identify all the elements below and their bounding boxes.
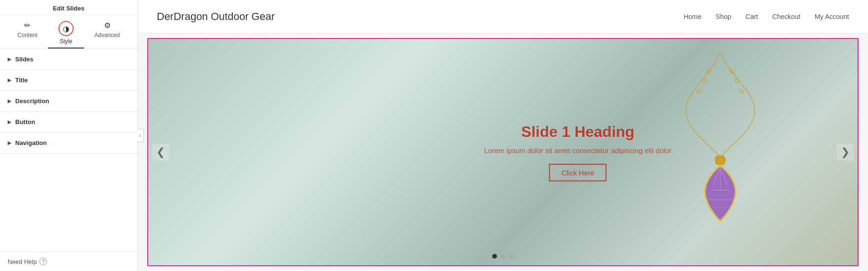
- slider-area: Slide 1 Heading Lorem ipsum dolor sit am…: [138, 33, 868, 271]
- svg-point-1: [701, 78, 706, 83]
- chevron-description-icon: ▶: [8, 98, 11, 104]
- chevron-navigation-icon: ▶: [8, 140, 11, 145]
- menu-item-title-label: Title: [15, 77, 28, 84]
- tab-advanced-label: Advanced: [95, 32, 120, 39]
- svg-point-3: [729, 69, 734, 73]
- menu-items: ▶ Slides ▶ Title ▶ Description ▶ Button …: [0, 49, 137, 252]
- slide-description: Lorem ipsum dolor sit amet consectetur a…: [484, 146, 671, 155]
- menu-item-slides[interactable]: ▶ Slides: [0, 49, 137, 70]
- nav-home[interactable]: Home: [684, 13, 701, 20]
- tab-style-label: Style: [59, 38, 72, 45]
- menu-item-navigation[interactable]: ▶ Navigation: [0, 133, 137, 154]
- slider-dots: [492, 254, 514, 259]
- tab-advanced[interactable]: ⚙ Advanced: [84, 19, 130, 48]
- tab-content-label: Content: [18, 32, 38, 39]
- pencil-icon: ✏: [24, 21, 30, 30]
- need-help-label: Need Help: [8, 258, 37, 265]
- style-icon: ◑: [63, 24, 69, 33]
- slider-background: Slide 1 Heading Lorem ipsum dolor sit am…: [148, 39, 858, 265]
- menu-item-button[interactable]: ▶ Button: [0, 112, 137, 133]
- menu-item-button-label: Button: [15, 118, 35, 126]
- slide-text-overlay: Slide 1 Heading Lorem ipsum dolor sit am…: [484, 123, 671, 182]
- slide-cta-button[interactable]: Click Here: [549, 164, 607, 182]
- chevron-button-icon: ▶: [8, 119, 11, 125]
- svg-point-4: [734, 78, 740, 83]
- slider-dot-1[interactable]: [492, 254, 497, 259]
- gear-icon: ⚙: [104, 21, 111, 30]
- menu-item-navigation-label: Navigation: [15, 139, 47, 146]
- menu-item-slides-label: Slides: [15, 56, 33, 63]
- nav-cart[interactable]: Cart: [745, 13, 758, 20]
- collapse-sidebar-button[interactable]: ‹: [137, 129, 144, 142]
- sidebar-footer[interactable]: Need Help ?: [0, 252, 137, 271]
- sidebar-title: Edit Slides: [0, 0, 137, 15]
- site-header: DerDragon Outdoor Gear Home Shop Cart Ch…: [138, 0, 868, 33]
- slide-heading: Slide 1 Heading: [484, 123, 671, 141]
- site-logo: DerDragon Outdoor Gear: [157, 10, 275, 23]
- menu-item-description[interactable]: ▶ Description: [0, 91, 137, 112]
- sidebar: Edit Slides ✏ Content ◑ Style ⚙ Advanced…: [0, 0, 138, 271]
- style-icon-circle: ◑: [58, 21, 74, 36]
- svg-point-2: [696, 88, 702, 94]
- nav-my-account[interactable]: My Account: [815, 13, 849, 20]
- site-nav: Home Shop Cart Checkout My Account: [684, 13, 849, 20]
- slider-dot-3[interactable]: [509, 254, 514, 259]
- menu-item-title[interactable]: ▶ Title: [0, 70, 137, 91]
- tab-content[interactable]: ✏ Content: [7, 19, 48, 48]
- help-icon[interactable]: ?: [39, 258, 47, 265]
- nav-checkout[interactable]: Checkout: [772, 13, 800, 20]
- tab-bar: ✏ Content ◑ Style ⚙ Advanced: [0, 15, 137, 49]
- tab-style[interactable]: ◑ Style: [48, 19, 84, 48]
- slider-next-button[interactable]: ❯: [837, 144, 854, 161]
- slider-prev-button[interactable]: ❮: [152, 144, 169, 161]
- nav-shop[interactable]: Shop: [715, 13, 731, 20]
- menu-item-description-label: Description: [15, 97, 49, 105]
- svg-rect-6: [715, 156, 725, 165]
- jewelry-image: [668, 52, 773, 252]
- chevron-slides-icon: ▶: [8, 57, 11, 62]
- svg-point-5: [739, 88, 744, 94]
- main-content: DerDragon Outdoor Gear Home Shop Cart Ch…: [138, 0, 868, 271]
- slider-container: Slide 1 Heading Lorem ipsum dolor sit am…: [147, 38, 858, 266]
- chevron-title-icon: ▶: [8, 77, 11, 83]
- svg-point-0: [706, 69, 711, 73]
- slider-dot-2[interactable]: [501, 254, 506, 259]
